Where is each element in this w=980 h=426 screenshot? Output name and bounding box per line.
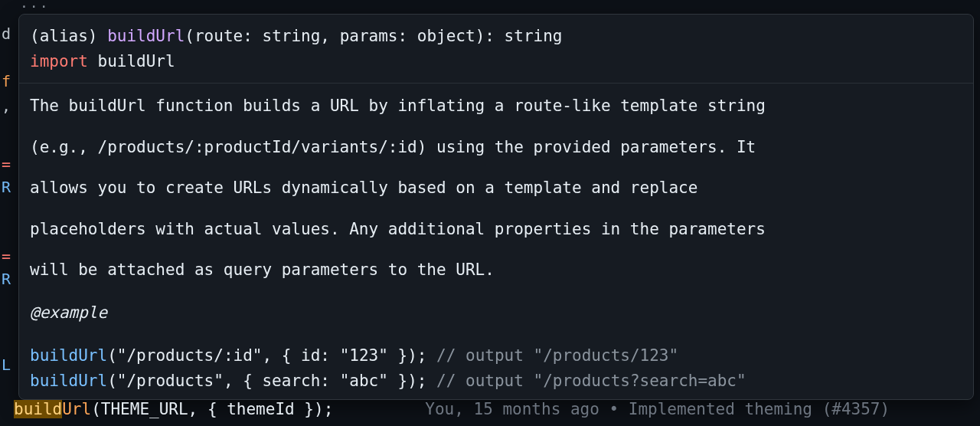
gutter-char: , — [2, 93, 11, 118]
example-line: buildUrl("/products", { search: "abc" })… — [30, 369, 962, 394]
ex-open: ( — [107, 346, 117, 365]
ex-str: "/products/:id" — [117, 346, 263, 365]
sig-colon: : — [243, 27, 262, 45]
sig-param-route: route — [194, 27, 243, 45]
ex-key: id — [301, 346, 320, 365]
ex-fn: buildUrl — [30, 372, 107, 390]
ex-key: search — [262, 372, 320, 390]
ex-close: }); — [388, 346, 427, 365]
git-blame-annotation[interactable]: You, 15 months ago • Implemented theming… — [425, 400, 890, 418]
editor-line[interactable]: buildUrl(THEME_URL, { themeId });You, 15… — [14, 398, 980, 422]
gutter-char: f — [2, 69, 11, 93]
ex-sep: , { — [262, 346, 301, 365]
fold-indicator[interactable]: ··· — [20, 0, 50, 15]
code-fn-highlight: build — [14, 400, 62, 418]
ex-str: "/products" — [117, 372, 224, 390]
doc-line: allows you to create URLs dynamically ba… — [30, 176, 962, 201]
gutter-char: R — [2, 175, 11, 199]
code-close: }); — [295, 400, 334, 418]
ex-kv: : — [320, 372, 339, 390]
sig-paren-close: ) — [475, 27, 485, 45]
sig-type-object: object — [417, 27, 475, 45]
gutter-char: d — [2, 21, 11, 46]
doc-line: placeholders with actual values. Any add… — [30, 218, 962, 242]
sig-ret-type: string — [505, 27, 563, 45]
code-fn-rest: Url — [62, 400, 91, 418]
ex-comment: // output "/products/123" — [426, 346, 678, 365]
sig-colon: : — [398, 27, 417, 45]
ex-val: "abc" — [340, 372, 388, 390]
signature-block: (alias) buildUrl(route: string, params: … — [19, 15, 973, 84]
doc-line: (e.g., /products/:productId/variants/:id… — [30, 136, 962, 160]
code-arg2: themeId — [227, 400, 295, 418]
example-tag: @example — [30, 301, 962, 326]
hover-tooltip[interactable]: (alias) buildUrl(route: string, params: … — [18, 14, 974, 400]
ex-fn: buildUrl — [30, 346, 107, 365]
ex-comment: // output "/products?search=abc" — [426, 372, 746, 390]
ex-close: }); — [388, 372, 427, 390]
example-code: buildUrl("/products/:id", { id: "123" })… — [30, 343, 962, 393]
sig-paren-open: ( — [185, 27, 194, 45]
import-line: import buildUrl — [30, 49, 962, 74]
gutter-char: R — [2, 267, 11, 291]
code-sep: , { — [188, 400, 227, 418]
sig-sep: , — [320, 27, 339, 45]
doc-line: will be attached as query parameters to … — [30, 258, 962, 283]
sig-type-string: string — [262, 27, 320, 45]
gutter-char: = — [2, 244, 11, 268]
doc-block: The buildUrl function builds a URL by in… — [19, 84, 973, 399]
sig-alias: (alias) — [30, 27, 107, 45]
example-line: buildUrl("/products/:id", { id: "123" })… — [30, 343, 962, 369]
code-paren-open: ( — [91, 400, 101, 418]
sig-func-name: buildUrl — [107, 27, 185, 45]
import-name: buildUrl — [88, 52, 175, 70]
ex-sep: , { — [224, 372, 263, 390]
gutter: d f , = R = R L — [0, 0, 14, 426]
sig-param-params: params — [340, 27, 398, 45]
doc-line: The buildUrl function builds a URL by in… — [30, 94, 962, 119]
ex-val: "123" — [340, 346, 388, 365]
code-arg1: THEME_URL — [101, 400, 188, 418]
editor-viewport: ··· d f , = R = R L (alias) buildUrl(rou… — [0, 0, 980, 426]
ex-kv: : — [320, 346, 339, 365]
ex-open: ( — [107, 372, 117, 390]
signature-line: (alias) buildUrl(route: string, params: … — [30, 24, 962, 49]
gutter-char: L — [2, 352, 11, 377]
import-keyword: import — [30, 52, 88, 70]
sig-ret-colon: : — [485, 27, 504, 45]
gutter-char: = — [2, 152, 11, 176]
